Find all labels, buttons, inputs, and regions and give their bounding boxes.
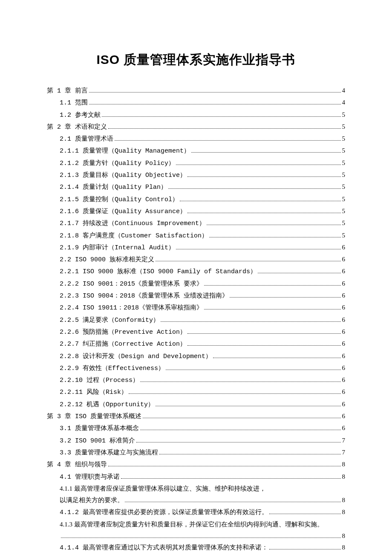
toc-page-number: 5: [342, 194, 346, 205]
toc-leader: [230, 292, 340, 298]
toc-leader: [156, 256, 340, 261]
toc-page-number: 4: [342, 97, 346, 108]
toc-entry-label: 2.2.7 纠正措施（Corrective Action）: [60, 338, 186, 350]
toc-leader: [180, 196, 340, 201]
toc-entry-label: 2.1.8 客户满意度（Customer Satisfaction）: [60, 230, 208, 242]
toc-page-number: 5: [342, 133, 346, 145]
toc-entry-label: 2.2.8 设计和开发（Design and Development）: [60, 351, 212, 362]
toc-entry: 2.1.8 客户满意度（Customer Satisfaction）5: [47, 230, 345, 242]
toc-entry: 2.2.6 预防措施（Preventive Action）6: [47, 326, 345, 338]
toc-entry-label: 2.1 质量管理术语: [60, 133, 113, 145]
toc-leader: [108, 124, 340, 129]
toc-page-number: 6: [342, 350, 346, 362]
toc-leader: [204, 304, 340, 309]
toc-entry-label: 2.2.11 风险（Risk）: [60, 387, 127, 398]
toc-page-number: 5: [342, 217, 346, 229]
toc-leader: [129, 389, 340, 394]
toc-entry-label: 第 3 章 ISO 质量管理体系概述: [47, 411, 141, 422]
toc-page-number: 6: [342, 410, 346, 422]
toc-entry: 4.1 管理职责与承诺8: [47, 471, 345, 483]
toc-entry: 2.2.4 ISO 19011：2018《管理体系审核指南》6: [47, 302, 345, 314]
toc-entry-label: 1.2 参考文献: [60, 110, 101, 121]
toc-entry: 2.1.3 质量目标（Quality Objective）5: [47, 169, 345, 181]
toc-entry: 2.1.1 质量管理（Quality Management）5: [47, 145, 345, 157]
toc-leader: [269, 509, 340, 514]
toc-leader: [121, 474, 340, 479]
toc-entry: 3.3 质量管理体系建立与实施流程7: [47, 447, 345, 459]
toc-entry-label: 4.1 管理职责与承诺: [60, 471, 120, 483]
toc-leader: [108, 461, 340, 466]
toc-entry-label: 2.2.10 过程（Process）: [60, 375, 139, 386]
toc-entry: 2.1 质量管理术语5: [47, 133, 345, 145]
toc-leader: [168, 184, 340, 189]
toc-page-number: 5: [342, 121, 346, 133]
toc-leader: [143, 413, 340, 418]
toc-entry-label: 4.1.4 最高管理者应通过以下方式表明其对质量管理体系的支持和承诺：: [60, 542, 268, 554]
toc-entry-label: 3.2 ISO 9001 标准简介: [60, 435, 135, 447]
toc-entry: 2.2.8 设计和开发（Design and Development）6: [47, 350, 345, 362]
toc-page-number: 5: [342, 230, 346, 241]
toc-entry: 第 2 章 术语和定义5: [47, 121, 345, 133]
toc-page-number: 6: [342, 338, 346, 350]
toc-entry: 4.1.1 最高管理者应保证质量管理体系得以建立、实施、维护和持续改进，以满足相…: [47, 483, 345, 507]
toc-leader: [156, 401, 340, 406]
toc-page-number: 6: [342, 374, 346, 386]
toc-leader: [102, 112, 340, 117]
toc-entry-label: 2.2 ISO 9000 族标准相关定义: [60, 254, 154, 266]
toc-page-number: 6: [342, 362, 346, 374]
toc-entry-label: 2.2.5 满足要求（Conformity）: [60, 315, 159, 326]
toc-page-number: 6: [342, 386, 346, 398]
toc-page-number: 8: [342, 530, 346, 542]
toc-entry-label: 3.1 质量管理体系基本概念: [60, 423, 139, 434]
toc-leader: [89, 87, 340, 92]
toc-entry-label: 1.1 范围: [60, 97, 88, 109]
toc-page-number: 6: [342, 302, 346, 313]
toc-page-number: 8: [342, 459, 346, 470]
toc-entry: 2.1.5 质量控制（Quality Control）5: [47, 194, 345, 205]
toc-page-number: 5: [342, 145, 346, 156]
toc-entry: 2.2.5 满足要求（Conformity）6: [47, 314, 345, 326]
toc-entry-label: 2.2.3 ISO 9004：2018《质量管理体系 业绩改进指南》: [60, 290, 228, 302]
toc-page-number: 8: [342, 542, 346, 553]
toc-leader: [209, 232, 340, 237]
toc-entry-label: 2.1.2 质量方针（Quality Policy）: [60, 158, 175, 169]
toc-page-number: 6: [342, 290, 346, 301]
toc-entry-label-continued: 以满足相关方的要求。: [60, 495, 124, 506]
toc-entry-label: 2.1.3 质量目标（Quality Objective）: [60, 170, 186, 181]
toc-leader: [136, 437, 340, 442]
toc-entry-label: 3.3 质量管理体系建立与实施流程: [60, 447, 158, 459]
toc-page-number: 6: [342, 278, 346, 289]
toc-page-number: 5: [342, 181, 346, 193]
toc-page-number: 6: [342, 242, 346, 253]
toc-entry: 第 4 章 组织与领导8: [47, 459, 345, 471]
toc-leader: [166, 365, 340, 370]
toc-entry: 2.2.10 过程（Process）6: [47, 374, 345, 386]
toc-entry-label: 2.1.7 持续改进（Continuous Improvement）: [60, 218, 205, 229]
toc-entry: 1.1 范围4: [47, 97, 345, 109]
toc-page-number: 8: [342, 494, 346, 506]
toc-entry: 2.2.3 ISO 9004：2018《质量管理体系 业绩改进指南》6: [47, 290, 345, 302]
toc-leader: [213, 353, 340, 358]
toc-leader: [61, 533, 341, 538]
toc-entry: 第 3 章 ISO 质量管理体系概述6: [47, 410, 345, 422]
toc-entry: 3.1 质量管理体系基本概念6: [47, 422, 345, 434]
toc-page-number: 6: [342, 422, 346, 434]
toc-entry-label: 2.2.1 ISO 9000 族标准（ISO 9000 Family of St…: [60, 266, 257, 278]
toc-entry: 2.1.9 内部审计（Internal Audit）6: [47, 242, 345, 254]
toc-page-number: 7: [342, 447, 346, 458]
table-of-contents: 第 1 章 前言41.1 范围41.2 参考文献5第 2 章 术语和定义52.1…: [47, 85, 345, 555]
toc-entry: 3.2 ISO 9001 标准简介7: [47, 435, 345, 447]
toc-leader: [159, 449, 340, 454]
toc-page-number: 7: [342, 435, 346, 446]
toc-page-number: 6: [342, 314, 346, 326]
toc-leader: [140, 425, 340, 430]
toc-entry: 1.2 参考文献5: [47, 109, 345, 121]
document-title: ISO 质量管理体系实施作业指导书: [47, 51, 345, 69]
toc-leader: [187, 329, 340, 334]
toc-entry: 2.1.2 质量方针（Quality Policy）5: [47, 157, 345, 169]
toc-entry-label: 4.1.3 最高管理者应制定质量方针和质量目标，并保证它们在全组织内得到沟通、理…: [60, 519, 345, 530]
toc-entry: 4.1.2 最高管理者应提供必要的资源，以保证质量管理体系的有效运行。8: [47, 506, 345, 518]
toc-page-number: 8: [342, 471, 346, 483]
toc-entry: 2.2.2 ISO 9001：2015《质量管理体系 要求》6: [47, 278, 345, 290]
toc-entry-label: 2.1.4 质量计划（Quality Plan）: [60, 182, 167, 193]
